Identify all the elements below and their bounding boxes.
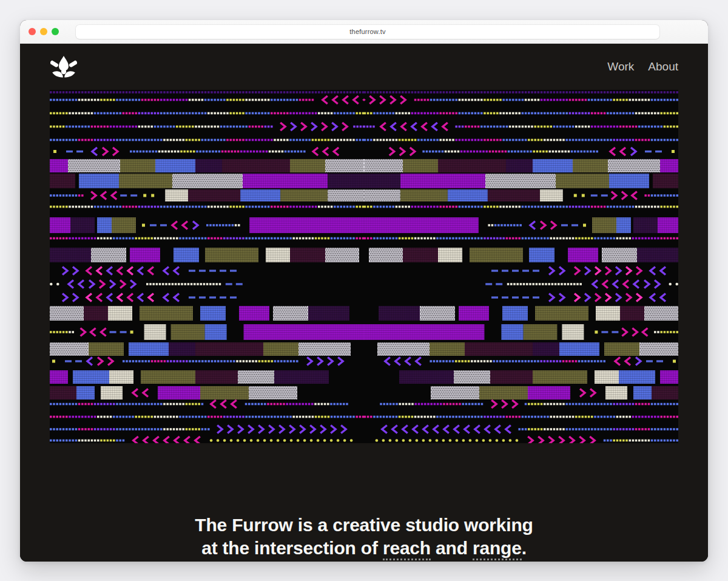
browser-chrome: thefurrow.tv: [20, 20, 708, 44]
tagline-line2-prefix: at the intersection of: [201, 538, 383, 558]
tagline-line2-end: .: [522, 538, 527, 558]
tagline: The Furrow is a creative studio working …: [20, 514, 708, 560]
hero-section: [50, 90, 678, 443]
page-content: Work About The Furrow is a creative stud…: [20, 44, 708, 562]
nav-link-work[interactable]: Work: [607, 60, 634, 73]
traffic-lights: [29, 28, 60, 35]
tagline-line1: The Furrow is a creative studio working: [20, 514, 708, 537]
url-text: thefurrow.tv: [349, 28, 385, 35]
site-header: Work About: [20, 44, 708, 90]
site-logo[interactable]: [50, 55, 78, 78]
desktop-background: thefurrow.tv Work About: [0, 0, 728, 581]
browser-window: thefurrow.tv Work About: [20, 20, 708, 562]
range-link[interactable]: range: [473, 538, 522, 560]
minimize-button[interactable]: [40, 28, 47, 35]
close-button[interactable]: [29, 28, 36, 35]
main-nav: Work About: [607, 60, 678, 73]
reach-link[interactable]: reach: [383, 538, 431, 560]
lotus-logo-icon: [50, 55, 78, 78]
tagline-line2: at the intersection of reach and range.: [20, 537, 708, 560]
url-bar[interactable]: thefurrow.tv: [76, 25, 659, 39]
tagline-line2-mid: and: [431, 538, 473, 558]
zoom-button[interactable]: [52, 28, 59, 35]
nav-link-about[interactable]: About: [648, 60, 678, 73]
hero-glitch-art: [50, 90, 678, 443]
